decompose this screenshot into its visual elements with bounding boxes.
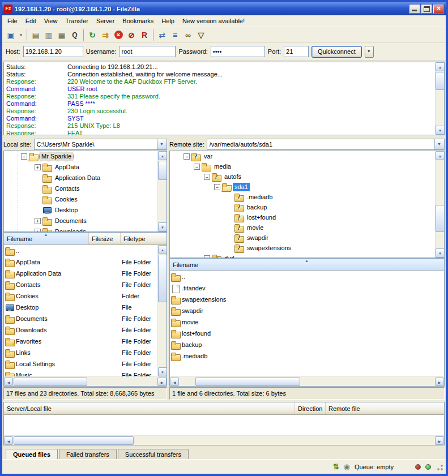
scroll-up-icon[interactable] — [158, 245, 167, 254]
collapse-icon[interactable] — [204, 174, 210, 180]
file-row[interactable]: AppDataFile Folder — [4, 256, 167, 268]
local-list-scrollbar[interactable] — [157, 245, 167, 376]
maximize-button[interactable] — [421, 5, 432, 14]
scroll-up-icon[interactable] — [158, 151, 167, 160]
find-files-icon[interactable]: ∞ — [182, 29, 194, 41]
file-row[interactable]: swapextensions — [170, 294, 444, 305]
scroll-thumb[interactable] — [436, 72, 445, 90]
tree-item[interactable]: ?lost+found — [170, 212, 444, 222]
tree-item[interactable]: ?var — [170, 151, 444, 161]
quickconnect-button[interactable]: Quickconnect — [312, 46, 362, 58]
quickconnect-dropdown-icon[interactable] — [365, 46, 374, 58]
log-scrollbar[interactable] — [435, 62, 444, 135]
tree-item[interactable]: Downloads — [4, 226, 167, 232]
local-list-hscrollbar[interactable] — [4, 376, 167, 386]
tab-successful-transfers[interactable]: Successful transfers — [118, 449, 189, 459]
column-header-filename[interactable]: Filename — [170, 259, 444, 271]
column-header-filesize[interactable]: Filesize — [89, 233, 121, 245]
tree-item[interactable]: ?autofs — [170, 171, 444, 182]
local-tree-scrollbar[interactable] — [157, 151, 167, 231]
menu-item-transfer[interactable]: Transfer — [61, 16, 92, 27]
activity-monitor-icon[interactable]: ◉ — [344, 462, 350, 471]
tree-item[interactable]: Desktop — [4, 205, 167, 216]
tree-item[interactable]: media — [170, 161, 444, 171]
file-row[interactable]: movie — [170, 316, 444, 328]
file-row[interactable]: DesktopFile — [4, 302, 167, 313]
close-button[interactable] — [433, 5, 444, 14]
file-row[interactable]: Local SettingsFile Folder — [4, 358, 167, 370]
collapse-icon[interactable] — [21, 153, 27, 160]
menu-item-new-version[interactable]: New version available! — [178, 16, 249, 27]
menu-item-help[interactable]: Help — [157, 16, 178, 27]
toggle-remote-tree-icon[interactable]: ▦ — [56, 29, 68, 41]
tree-item[interactable]: AppData — [4, 162, 167, 173]
scroll-thumb[interactable] — [158, 255, 167, 302]
scroll-thumb[interactable] — [195, 378, 300, 386]
scroll-left-icon[interactable] — [170, 378, 179, 386]
local-site-combo[interactable]: C:\Users\Mr Sparkle\ — [34, 139, 167, 150]
tree-item[interactable]: Mr Sparkle — [4, 151, 167, 162]
column-header-filetype[interactable]: Filetype — [121, 233, 167, 245]
file-row[interactable]: ContactsFile Folder — [4, 279, 167, 290]
site-manager-icon[interactable]: ▣ — [5, 29, 17, 41]
minimize-button[interactable] — [409, 5, 420, 14]
speed-limits-icon[interactable]: ⇅ — [333, 462, 339, 471]
menu-item-server[interactable]: Server — [92, 16, 118, 27]
tree-item[interactable]: ?swapextensions — [170, 243, 444, 253]
file-row[interactable]: ★FavoritesFile Folder — [4, 336, 167, 347]
file-row[interactable]: LinksFile Folder — [4, 347, 167, 358]
menu-item-bookmarks[interactable]: Bookmarks — [118, 16, 157, 27]
tree-item[interactable]: Contacts — [4, 183, 167, 194]
scroll-up-icon[interactable] — [436, 151, 445, 160]
expand-icon[interactable] — [204, 255, 210, 259]
refresh-icon[interactable]: ↻ — [86, 29, 99, 41]
collapse-icon[interactable] — [184, 153, 190, 160]
scroll-right-icon[interactable] — [435, 378, 444, 386]
column-header-direction[interactable]: Direction — [295, 402, 326, 414]
resize-grip[interactable] — [436, 463, 443, 471]
tree-item[interactable]: Application Data — [4, 173, 167, 183]
menu-item-file[interactable]: File — [3, 16, 22, 27]
expand-icon[interactable] — [35, 218, 41, 224]
file-row[interactable]: .. — [170, 271, 444, 282]
site-manager-dropdown-icon[interactable] — [18, 29, 24, 41]
file-row[interactable]: .titandev — [170, 282, 444, 294]
scroll-right-icon[interactable] — [157, 378, 167, 386]
port-input[interactable] — [284, 46, 309, 57]
scroll-up-icon[interactable] — [436, 62, 445, 71]
scroll-down-icon[interactable] — [158, 367, 167, 376]
reconnect-icon[interactable]: R — [138, 29, 151, 41]
file-row[interactable]: lost+found — [170, 328, 444, 339]
toggle-local-tree-icon[interactable]: ▥ — [42, 29, 55, 41]
combo-dropdown-icon[interactable] — [434, 139, 444, 149]
menu-item-view[interactable]: View — [40, 16, 62, 27]
scroll-down-icon[interactable] — [436, 126, 445, 135]
tree-item[interactable]: sda1 — [170, 182, 444, 192]
tree-item[interactable]: Documents — [4, 216, 167, 226]
file-row[interactable]: ♪MusicFile Folder — [4, 370, 167, 376]
collapse-icon[interactable] — [194, 164, 200, 170]
tree-item[interactable]: ?movie — [170, 222, 444, 233]
tree-item[interactable]: ?.mediadb — [170, 192, 444, 202]
file-row[interactable]: swapdir — [170, 305, 444, 316]
tab-queued-files[interactable]: Queued files — [6, 449, 58, 459]
tree-item[interactable]: Cookies — [4, 194, 167, 205]
queue-hscrollbar[interactable] — [4, 435, 444, 445]
file-row[interactable]: backup — [170, 339, 444, 350]
scroll-left-icon[interactable] — [4, 378, 13, 386]
file-row[interactable]: DocumentsFile Folder — [4, 313, 167, 324]
expand-icon[interactable] — [35, 229, 41, 232]
tab-failed-transfers[interactable]: Failed transfers — [59, 449, 117, 459]
username-input[interactable] — [119, 46, 176, 57]
expand-icon[interactable] — [35, 164, 41, 170]
tree-item[interactable]: ?swapdir — [170, 233, 444, 243]
file-row[interactable]: CookiesFolder — [4, 290, 167, 302]
cancel-icon[interactable]: × — [112, 29, 125, 41]
file-row[interactable]: Application DataFile Folder — [4, 268, 167, 279]
combo-dropdown-icon[interactable] — [157, 139, 167, 149]
synchronized-browsing-icon[interactable]: ⇄ — [156, 29, 168, 41]
scroll-thumb[interactable] — [14, 378, 87, 386]
scroll-right-icon[interactable] — [435, 436, 444, 445]
password-input[interactable] — [211, 46, 265, 57]
disconnect-icon[interactable]: ⊘ — [125, 29, 138, 41]
